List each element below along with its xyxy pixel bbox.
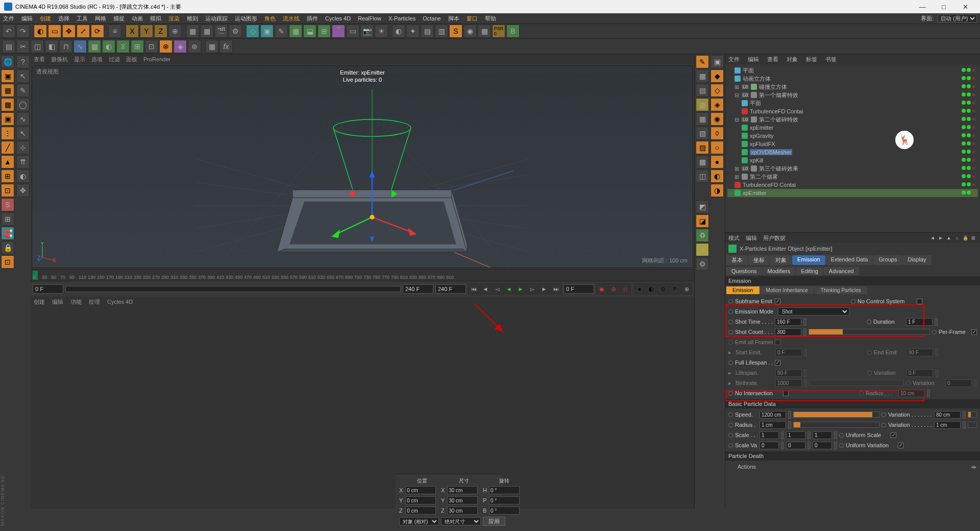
material-manager[interactable] [31,307,694,509]
attr-nav-prev[interactable]: ◄ [929,234,936,242]
uv-points-icon[interactable]: ⊞ [1,170,14,183]
svy-sp[interactable] [807,442,811,449]
sx-sp[interactable] [781,431,784,439]
snap-icon[interactable]: 🧲 [1,227,14,240]
actions-chevron-icon[interactable]: ◂▸ [971,464,977,470]
vtab-prorender[interactable]: ProRender [143,56,170,62]
menu-render[interactable]: 渲染 [168,15,180,22]
tree-row[interactable]: 动画立方体✕ [727,75,978,83]
texture-mode-icon[interactable]: ▩ [1,98,14,111]
tree-row[interactable]: ⊟L0第一个烟雾特效✕ [727,91,978,99]
radius-var-field[interactable] [934,421,961,429]
hud-eq1-icon[interactable]: =1 [696,243,709,256]
xp-system-icon[interactable]: ✦ [406,25,420,38]
menu-create[interactable]: 创建 [40,15,51,22]
lifespan-spinner[interactable] [804,369,807,377]
tree-row[interactable]: xpFluidFX✕ [727,140,978,148]
make-editable-icon[interactable]: ▣ [1,69,14,83]
tab-emission[interactable]: Emission [792,255,825,265]
tree-row[interactable]: 平面✕ [727,99,978,107]
vtab-display[interactable]: 显示 [74,56,85,63]
birth-var-field[interactable] [945,379,972,387]
autokey-icon[interactable]: ⊘ [608,283,619,295]
object-mode-icon[interactable]: ▣ [1,112,14,126]
life-var-field[interactable] [906,369,933,377]
tree-row[interactable]: xpEmitter✕ [727,124,978,132]
tree-row[interactable]: xpKill✕ [727,156,978,164]
preview-end-field[interactable] [435,284,466,294]
menu-octane[interactable]: Octane [423,15,440,21]
render-settings-icon[interactable]: 🎬 [214,25,228,38]
start-emit-field[interactable] [775,349,802,356]
speed-field[interactable] [760,411,786,419]
scale-x-field[interactable] [760,431,779,439]
help-icon[interactable]: ? [16,55,30,68]
radvar-spinner[interactable] [963,421,966,429]
otab-bookmarks[interactable]: 书签 [825,56,837,63]
tree-row[interactable]: ⊟L0第二个破碎特效✕ [727,115,978,124]
birthrate-slider[interactable] [809,380,904,386]
tab-questions[interactable]: Questions [726,267,762,275]
menu-pipeline[interactable]: 流水线 [283,15,300,22]
uv-polys-icon[interactable]: ⊡ [1,184,14,197]
hud-4-icon[interactable]: ▦ [696,112,709,126]
step-fwd-icon[interactable]: ► [538,283,550,295]
chk-emitall[interactable] [775,340,780,345]
hud-recycle-icon[interactable]: ♻ [696,229,709,242]
array-icon[interactable]: ⊞ [131,40,144,53]
chk-perframe[interactable]: ✓ [971,329,977,335]
keyframe-icon[interactable]: ◇ [620,283,631,295]
otab-tags[interactable]: 标签 [806,56,817,63]
select-live-icon[interactable]: ◐ [34,25,47,38]
cursor-icon[interactable]: ↖ [16,69,30,83]
rtb-1-icon[interactable]: ▣ [710,55,724,68]
hud-5-icon[interactable]: ▧ [696,127,709,140]
size-y-field[interactable] [447,496,478,504]
rtb-2-icon[interactable]: ◆ [710,69,724,83]
birth-spinner[interactable] [804,379,807,387]
fx-icon[interactable]: fx [219,40,233,53]
rtb-10-icon[interactable]: ◑ [710,184,724,197]
attr-nav-up[interactable]: ▲ [945,234,952,242]
subtab-thinking[interactable]: Thinking Particles [815,286,867,294]
hud-2-icon[interactable]: ▤ [696,84,709,97]
rtb-6-icon[interactable]: ◊ [710,127,724,140]
shot-time-field[interactable] [775,318,801,326]
atab-edit[interactable]: 编辑 [746,234,757,242]
redo-icon[interactable]: ↷ [16,25,30,38]
svx-sp[interactable] [781,442,784,449]
radiusint-field[interactable] [898,390,925,397]
menu-xparticles[interactable]: X-Particles [388,15,415,21]
speed-spinner[interactable] [788,411,791,419]
psr-icon[interactable]: PSR0 [492,25,505,38]
start-frame-field[interactable] [33,284,63,294]
radius-slider[interactable] [793,422,879,428]
otab-file[interactable]: 文件 [728,56,740,63]
key-scale-icon[interactable]: ◐ [646,283,657,295]
step-back-icon[interactable]: ◄ [480,283,491,295]
viewport-solo-icon[interactable]: ⊡ [1,255,14,269]
lock-icon[interactable]: 🔒 [1,241,14,254]
cube-icon[interactable]: ▣ [260,25,274,38]
texture-tag-icon[interactable]: S [1,198,14,211]
size-x-field[interactable] [447,486,478,494]
rot-b-field[interactable] [489,506,520,515]
emission-mode-select[interactable]: Shot [778,307,849,316]
effector-icon[interactable]: ⊗ [159,40,173,53]
tab-modifiers[interactable]: Modifiers [763,267,796,275]
render-settings2-icon[interactable]: ⚙ [229,25,242,38]
duration-spinner[interactable] [935,318,938,326]
extrude-icon[interactable]: ⬓ [303,25,316,38]
menu-simulate[interactable]: 模拟 [150,15,161,22]
menu-script[interactable]: 脚本 [448,15,459,22]
speed-var-field[interactable] [934,411,961,419]
polypen-icon[interactable]: ▤ [2,40,15,53]
normals-icon[interactable]: ⇈ [16,155,30,168]
tree-row[interactable]: TurbulenceFD Contai✕ [727,181,978,189]
menu-file[interactable]: 文件 [3,15,14,22]
menu-window[interactable]: 窗口 [467,15,478,22]
joint-icon[interactable]: ⊚ [188,40,201,53]
axis-x-icon[interactable]: X [126,25,139,38]
menu-tools[interactable]: 工具 [77,15,88,22]
chk-uniform-var[interactable]: ✓ [898,443,903,448]
